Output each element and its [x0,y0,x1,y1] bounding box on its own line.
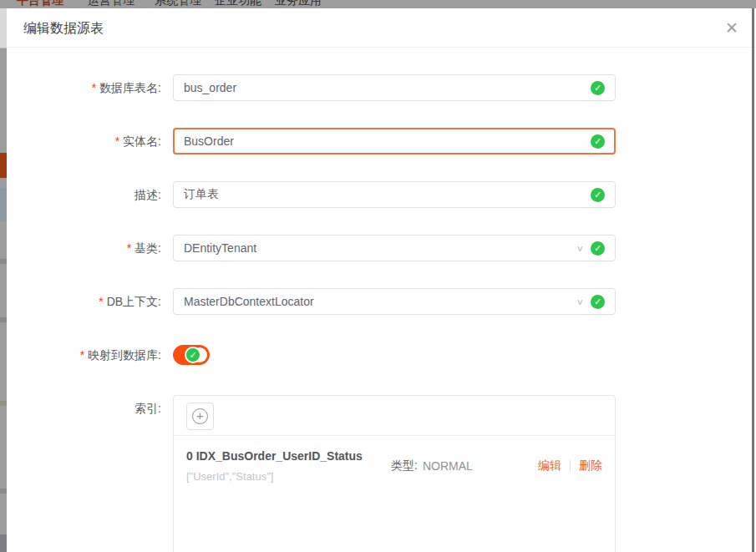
close-icon[interactable]: ✕ [723,19,741,38]
form-row-base-class: *基类: DEntityTenant ∨ ✓ [7,235,756,261]
input-value: bus_order [184,81,591,94]
valid-check-icon: ✓ [591,134,605,149]
input-value: BusOrder [184,134,591,148]
description-input[interactable]: 订单表 ✓ [173,181,616,208]
required-marker: * [80,348,84,362]
plus-icon: + [192,408,208,424]
select-value: DEntityTenant [184,241,576,255]
bg-fragment-selected-row [0,153,7,178]
form-row-entity-name: *实体名: BusOrder ✓ [7,128,756,154]
index-list-panel: + 0 IDX_BusOrder_UserID_Status ["UserId"… [173,395,616,552]
field-label: *基类: [7,235,161,261]
bg-fragment [0,401,7,406]
form-row-db-context: *DB上下文: MasterDbContextLocator ∨ ✓ [7,288,756,315]
valid-check-icon: ✓ [591,81,605,95]
index-name: 0 IDX_BusOrder_UserID_Status [186,449,383,463]
edit-index-link[interactable]: 编辑 [538,458,561,474]
bg-fragment [0,259,7,264]
required-marker: * [92,81,96,94]
required-marker: * [127,241,131,255]
field-label: 描述: [7,181,161,208]
valid-check-icon: ✓ [591,241,605,256]
field-label: *映射到数据库: [7,342,161,368]
delete-index-link[interactable]: 删除 [579,458,602,474]
index-toolbar: + [174,396,615,435]
db-context-select[interactable]: MasterDbContextLocator ∨ ✓ [173,288,616,315]
form-row-table-name: *数据库表名: bus_order ✓ [7,74,756,101]
form-row-indexes: 索引: + 0 IDX_BusOrder_UserID_Status [7,395,756,552]
bg-fragment [0,317,7,322]
add-index-button[interactable]: + [186,403,214,430]
field-label: *DB上下文: [7,288,161,315]
input-value: 订单表 [184,187,591,202]
valid-check-icon: ✓ [591,188,605,202]
required-marker: * [99,295,103,308]
bg-fragment [0,8,7,48]
divider [570,460,571,472]
index-fields: ["UserId","Status"] [186,470,383,483]
index-type-value: NORMAL [423,459,473,473]
field-label: *实体名: [7,128,161,154]
chevron-down-icon: ∨ [576,243,584,253]
valid-check-icon: ✓ [185,347,201,363]
form-row-description: 描述: 订单表 ✓ [7,181,756,208]
bg-fragment [0,534,7,552]
field-label: *数据库表名: [7,74,161,101]
index-type: 类型: NORMAL [391,458,473,474]
required-marker: * [115,134,119,148]
map-to-db-toggle[interactable]: ✓ [173,345,210,365]
index-type-label: 类型: [391,458,418,474]
bg-fragment [0,48,7,48]
valid-check-icon: ✓ [591,295,605,309]
edit-datasource-dialog: 编辑数据源表 ✕ *数据库表名: bus_order ✓ *实体名: [7,8,756,552]
window-scrollbar-edge[interactable] [752,8,754,552]
chevron-down-icon: ∨ [576,296,584,306]
dialog-header: 编辑数据源表 ✕ [7,8,756,48]
form-row-map-to-db: *映射到数据库: ✓ [7,342,756,368]
field-label: 索引: [7,395,161,552]
screen: 平台管理 运营管理 系统管理 企业功能 业务应用 编辑数据源表 ✕ *数据库表名… [0,0,756,552]
modal-overlay-tint [0,0,756,8]
bg-fragment [0,489,7,494]
background-left-strip [0,8,7,552]
base-class-select[interactable]: DEntityTenant ∨ ✓ [173,235,616,261]
table-name-input[interactable]: bus_order ✓ [173,74,616,101]
dialog-title: 编辑数据源表 [23,20,104,38]
background-top-menu-strip: 平台管理 运营管理 系统管理 企业功能 业务应用 [0,0,756,8]
dialog-body: *数据库表名: bus_order ✓ *实体名: BusOrder ✓ [7,48,756,552]
select-value: MasterDbContextLocator [184,295,576,308]
entity-name-input[interactable]: BusOrder ✓ [173,128,616,154]
index-item-row: 0 IDX_BusOrder_UserID_Status ["UserId","… [174,436,615,483]
bg-fragment [0,188,7,221]
